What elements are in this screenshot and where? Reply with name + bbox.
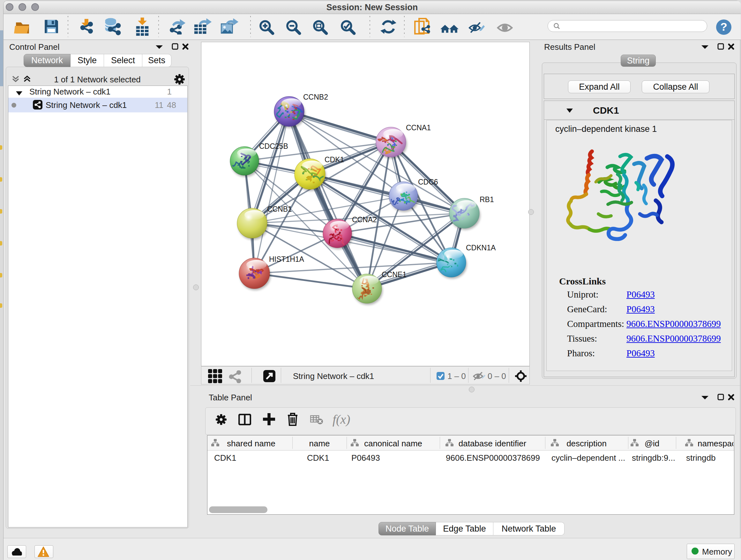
svg-text:CDKN1A: CDKN1A (466, 244, 496, 252)
svg-text:HIST1H1A: HIST1H1A (269, 255, 305, 263)
svg-text:CCNB1: CCNB1 (267, 205, 292, 213)
svg-text:CCNA2: CCNA2 (352, 215, 377, 224)
svg-text:CDC25B: CDC25B (259, 142, 288, 150)
svg-text:?: ? (720, 20, 727, 33)
svg-text:CCNA1: CCNA1 (406, 124, 431, 132)
svg-text:CDC6: CDC6 (418, 178, 438, 186)
svg-text:RB1: RB1 (480, 195, 494, 204)
svg-text:CDK1: CDK1 (325, 155, 344, 164)
svg-text:CCNB2: CCNB2 (303, 93, 328, 101)
svg-text:CCNE1: CCNE1 (382, 270, 407, 279)
